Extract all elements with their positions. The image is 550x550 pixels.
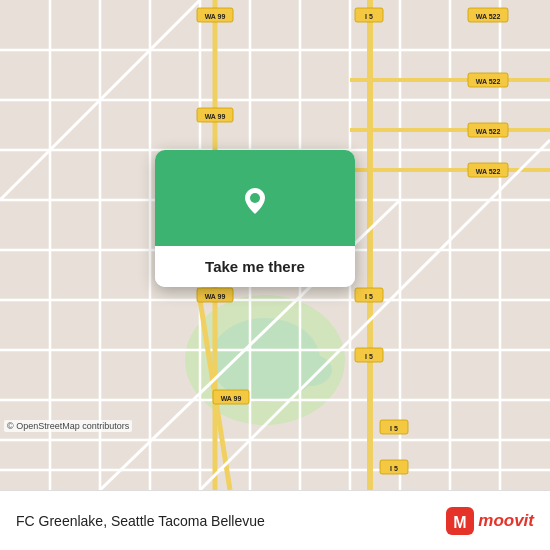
map-attribution: © OpenStreetMap contributors (4, 420, 132, 432)
bottom-bar: FC Greenlake, Seattle Tacoma Bellevue M … (0, 490, 550, 550)
svg-text:WA 99: WA 99 (205, 113, 226, 120)
svg-text:WA 522: WA 522 (476, 13, 501, 20)
svg-text:I 5: I 5 (390, 465, 398, 472)
svg-text:WA 522: WA 522 (476, 78, 501, 85)
svg-text:I 5: I 5 (365, 293, 373, 300)
svg-text:I 5: I 5 (390, 425, 398, 432)
card-overlay: Take me there (155, 150, 355, 287)
location-label: FC Greenlake, Seattle Tacoma Bellevue (16, 513, 265, 529)
card-icon-area (155, 150, 355, 246)
svg-text:M: M (454, 514, 467, 531)
location-pin-icon (233, 178, 277, 222)
svg-point-60 (250, 193, 260, 203)
svg-text:WA 522: WA 522 (476, 168, 501, 175)
svg-text:WA 522: WA 522 (476, 128, 501, 135)
take-me-there-button[interactable]: Take me there (155, 246, 355, 287)
svg-text:WA 99: WA 99 (205, 293, 226, 300)
svg-text:WA 99: WA 99 (221, 395, 242, 402)
moovit-brand-name: moovit (478, 511, 534, 531)
map-container: WA 99 WA 99 WA 99 WA 99 I 5 I 5 (0, 0, 550, 490)
moovit-icon: M (446, 507, 474, 535)
svg-text:WA 99: WA 99 (205, 13, 226, 20)
svg-text:I 5: I 5 (365, 353, 373, 360)
svg-text:I 5: I 5 (365, 13, 373, 20)
moovit-logo: M moovit (446, 507, 534, 535)
